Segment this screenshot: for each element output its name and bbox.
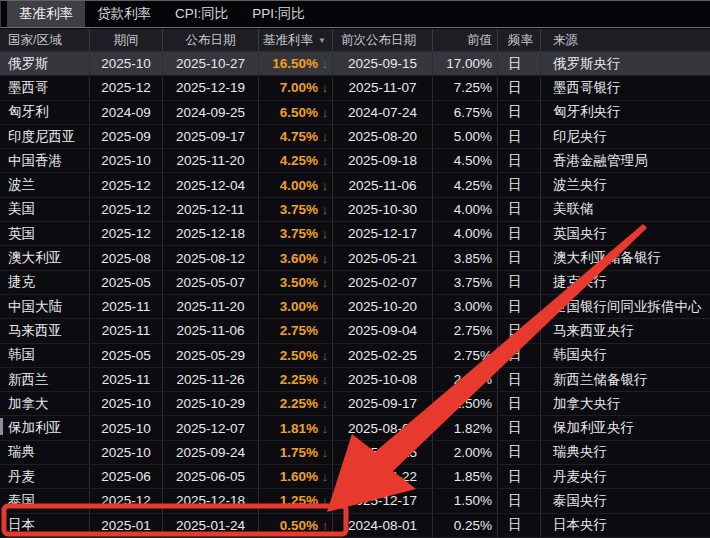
cell-prev-value: 3.75% (433, 271, 498, 294)
cell-country: 丹麦 (0, 465, 90, 488)
tab-ppi-yoy[interactable]: PPI:同比 (240, 1, 317, 27)
cell-frequency: 日 (498, 125, 541, 148)
rate-change-icon: ↓ (318, 396, 332, 411)
cell-period: 2025-12 (90, 198, 163, 221)
sort-desc-icon: ▼ (318, 36, 326, 45)
cell-rate: 3.60%↓ (259, 246, 333, 269)
cell-rate: 0.50%↑ (259, 514, 333, 537)
cell-prev-value: 2.50% (433, 392, 498, 415)
tab-cpi-yoy[interactable]: CPI:同比 (163, 1, 240, 27)
col-header-prev-value-label: 前值 (467, 32, 492, 49)
rate-value: 3.75% (280, 202, 318, 217)
cell-published: 2024-09-25 (163, 101, 259, 124)
table-row[interactable]: 墨西哥 2025-12 2025-12-19 7.00%↓ 2025-11-07… (0, 76, 710, 100)
col-header-prev-published[interactable]: 前次公布日期 (333, 29, 433, 51)
cell-frequency: 日 (498, 295, 541, 318)
rate-change-icon: ↓ (318, 153, 332, 168)
cell-published: 2025-11-20 (163, 149, 259, 172)
cell-prev-value: 2.75% (433, 344, 498, 367)
cell-country: 波兰 (0, 173, 90, 196)
cell-prev-value: 6.75% (433, 101, 498, 124)
rate-value: 4.25% (280, 153, 318, 168)
cell-country: 中国大陆 (0, 295, 90, 318)
rate-change-icon: ↓ (318, 129, 332, 144)
cell-frequency: 日 (498, 465, 541, 488)
cell-rate: 2.25%↓ (259, 368, 333, 391)
rate-change-icon: ↓ (318, 372, 332, 387)
cell-published: 2025-12-04 (163, 173, 259, 196)
col-header-rate[interactable]: 基准利率▼ (259, 29, 333, 51)
cell-country: 韩国 (0, 344, 90, 367)
table-row[interactable]: 丹麦 2025-06 2025-06-05 1.60%↓ 2025-04-22 … (0, 465, 710, 489)
table-row[interactable]: 俄罗斯 2025-10 2025-10-27 16.50%↓ 2025-09-1… (0, 52, 710, 76)
cell-period: 2025-12 (90, 222, 163, 245)
rate-value: 2.75% (280, 323, 318, 338)
cell-source: 全国银行间同业拆借中心 (541, 295, 710, 318)
rate-change-icon: ↓ (318, 56, 332, 71)
table-row[interactable]: 匈牙利 2024-09 2024-09-25 6.50%↓ 2024-07-24… (0, 101, 710, 125)
table-row[interactable]: 美国 2025-12 2025-12-11 3.75%↓ 2025-10-30 … (0, 198, 710, 222)
col-header-frequency[interactable]: 频率 (498, 29, 541, 51)
cell-frequency: 日 (498, 344, 541, 367)
col-header-published[interactable]: 公布日期 (163, 29, 259, 51)
rate-value: 3.75% (280, 226, 318, 241)
cell-prev-value: 5.00% (433, 125, 498, 148)
cell-rate: 3.00% (259, 295, 333, 318)
col-header-prev-published-label: 前次公布日期 (341, 32, 416, 49)
cell-rate: 4.75%↓ (259, 125, 333, 148)
rate-change-icon: ↓ (318, 226, 332, 241)
cell-country: 加拿大 (0, 392, 90, 415)
rate-change-icon: ↓ (318, 178, 332, 193)
table-row[interactable]: 澳大利亚 2025-08 2025-08-12 3.60%↓ 2025-05-2… (0, 246, 710, 270)
cell-country: 瑞典 (0, 441, 90, 464)
cell-prev-published: 2025-11-07 (333, 76, 433, 99)
cell-prev-published: 2025-05-21 (333, 246, 433, 269)
cell-frequency: 日 (498, 149, 541, 172)
table-row[interactable]: 捷克 2025-05 2025-05-07 3.50%↓ 2025-02-07 … (0, 271, 710, 295)
cell-source: 墨西哥银行 (541, 76, 710, 99)
rate-change-icon: ↓ (318, 469, 332, 484)
table-row[interactable]: 瑞典 2025-10 2025-09-24 1.75%↓ 2025-06-25 … (0, 441, 710, 465)
cell-prev-value: 2.50% (433, 368, 498, 391)
table-row[interactable]: 马来西亚 2025-11 2025-11-06 2.75% 2025-09-04… (0, 319, 710, 343)
cell-period: 2025-01 (90, 514, 163, 537)
scrollbar-thumb[interactable] (0, 418, 3, 435)
cell-published: 2025-09-17 (163, 125, 259, 148)
table-row[interactable]: 日本 2025-01 2025-01-24 0.50%↑ 2024-08-01 … (0, 514, 710, 538)
rate-value: 7.00% (280, 80, 318, 95)
cell-published: 2025-08-12 (163, 246, 259, 269)
rate-value: 1.81% (280, 421, 318, 436)
col-header-published-label: 公布日期 (186, 32, 236, 49)
table-row[interactable]: 中国大陆 2025-11 2025-11-20 3.00% 2025-10-20… (0, 295, 710, 319)
cell-published: 2025-10-27 (163, 52, 259, 75)
col-header-country[interactable]: 国家/区域 (0, 29, 90, 51)
table-row[interactable]: 波兰 2025-12 2025-12-04 4.00%↓ 2025-11-06 … (0, 173, 710, 197)
cell-published: 2025-11-20 (163, 295, 259, 318)
cell-country: 匈牙利 (0, 101, 90, 124)
table-row[interactable]: 新西兰 2025-11 2025-11-26 2.25%↓ 2025-10-08… (0, 368, 710, 392)
table-row[interactable]: 韩国 2025-05 2025-05-29 2.50%↓ 2025-02-25 … (0, 344, 710, 368)
cell-published: 2025-12-18 (163, 489, 259, 512)
col-header-source[interactable]: 来源 (541, 29, 710, 51)
rate-value: 3.50% (280, 275, 318, 290)
col-header-prev-value[interactable]: 前值 (433, 29, 498, 51)
cell-country: 泰国 (0, 489, 90, 512)
cell-prev-value: 1.85% (433, 465, 498, 488)
cell-frequency: 日 (498, 198, 541, 221)
cell-source: 澳大利亚储备银行 (541, 246, 710, 269)
table-row[interactable]: 英国 2025-12 2025-12-18 3.75%↓ 2025-12-17 … (0, 222, 710, 246)
table-row[interactable]: 中国香港 2025-10 2025-11-20 4.25%↓ 2025-09-1… (0, 149, 710, 173)
tab-loan-rate[interactable]: 贷款利率 (85, 1, 163, 27)
cell-frequency: 日 (498, 514, 541, 537)
cell-rate: 4.00%↓ (259, 173, 333, 196)
cell-published: 2025-12-18 (163, 222, 259, 245)
table-row[interactable]: 泰国 2025-12 2025-12-18 1.25%↓ 2025-12-17 … (0, 489, 710, 513)
table-row[interactable]: 加拿大 2025-10 2025-10-29 2.25%↓ 2025-09-17… (0, 392, 710, 416)
rate-value: 3.00% (280, 299, 318, 314)
tab-benchmark-rate[interactable]: 基准利率 (7, 1, 85, 27)
col-header-period[interactable]: 期间 (90, 29, 163, 51)
table-row[interactable]: 保加利亚 2025-10 2025-12-07 1.81%↓ 2025-08-0… (0, 416, 710, 440)
cell-period: 2025-11 (90, 295, 163, 318)
table-row[interactable]: 印度尼西亚 2025-09 2025-09-17 4.75%↓ 2025-08-… (0, 125, 710, 149)
cell-source: 泰国央行 (541, 489, 710, 512)
